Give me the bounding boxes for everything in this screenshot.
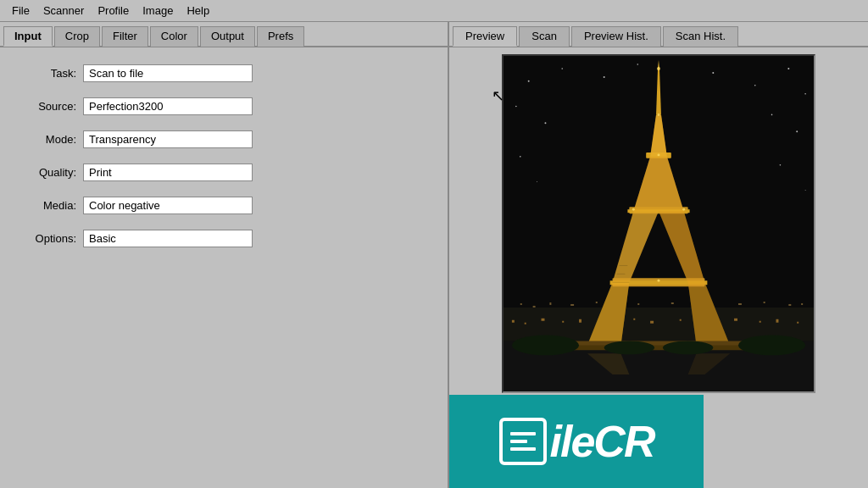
input-form: Task: Scan to file Scan to print Scan to… <box>0 47 448 488</box>
svg-point-75 <box>515 106 517 108</box>
svg-point-81 <box>780 164 782 166</box>
quality-select-wrapper: Print Draft High <box>83 164 253 181</box>
svg-rect-17 <box>512 320 515 323</box>
svg-point-71 <box>712 72 714 74</box>
preview-area: ↖ <box>449 47 868 488</box>
mode-label: Mode: <box>17 133 76 146</box>
tab-input[interactable]: Input <box>3 26 53 47</box>
media-select[interactable]: Color negative Color positive B&W negati… <box>83 197 253 214</box>
svg-rect-14 <box>764 302 765 303</box>
quality-select[interactable]: Print Draft High <box>83 164 253 181</box>
svg-point-85 <box>604 341 654 354</box>
svg-rect-13 <box>738 303 742 305</box>
svg-point-67 <box>528 80 530 82</box>
options-row: Options: Basic Advanced <box>17 230 431 247</box>
svg-point-72 <box>754 85 756 86</box>
options-select[interactable]: Basic Advanced <box>83 230 253 247</box>
tab-preview[interactable]: Preview <box>453 26 517 47</box>
svg-rect-64 <box>566 345 751 350</box>
source-row: Source: Perfection3200 Flatbed <box>17 97 431 115</box>
watermark-text: ileCR <box>550 416 654 467</box>
svg-point-82 <box>805 190 806 191</box>
mode-row: Mode: Transparency Color Grayscale B&W <box>17 130 431 148</box>
svg-point-56 <box>682 208 685 211</box>
task-select-wrapper: Scan to file Scan to print Scan to email <box>83 64 253 82</box>
svg-point-80 <box>537 181 537 182</box>
svg-point-68 <box>561 68 563 69</box>
watermark-logo: ileCR <box>499 416 654 467</box>
svg-rect-32 <box>797 322 798 324</box>
icon-line-3 <box>510 447 536 451</box>
watermark: ileCR <box>449 395 704 488</box>
icon-line-2 <box>510 440 527 443</box>
left-tab-strip: Input Crop Filter Color Output Prefs <box>0 22 448 47</box>
svg-point-54 <box>658 280 660 282</box>
svg-point-70 <box>637 64 638 65</box>
svg-point-73 <box>787 68 789 69</box>
preview-image <box>502 54 815 393</box>
svg-rect-29 <box>734 319 737 321</box>
menu-image[interactable]: Image <box>136 3 180 19</box>
svg-point-55 <box>632 208 635 211</box>
svg-rect-4 <box>520 303 522 305</box>
svg-rect-19 <box>542 319 545 321</box>
svg-rect-15 <box>788 304 791 306</box>
svg-point-79 <box>520 156 521 158</box>
source-label: Source: <box>17 100 76 113</box>
svg-rect-10 <box>637 303 639 305</box>
svg-rect-26 <box>680 319 682 321</box>
quality-row: Quality: Print Draft High <box>17 164 431 181</box>
svg-point-84 <box>738 336 805 356</box>
svg-point-77 <box>771 114 773 116</box>
svg-rect-8 <box>596 302 598 303</box>
svg-point-59 <box>657 67 660 70</box>
svg-point-86 <box>663 341 713 354</box>
svg-rect-24 <box>633 319 635 320</box>
svg-point-69 <box>604 76 605 78</box>
svg-point-58 <box>658 114 660 116</box>
svg-point-57 <box>658 153 660 156</box>
svg-rect-11 <box>671 302 674 304</box>
media-select-wrapper: Color negative Color positive B&W negati… <box>83 197 253 214</box>
tab-color[interactable]: Color <box>150 26 198 47</box>
tab-preview-hist[interactable]: Preview Hist. <box>571 26 661 47</box>
tab-prefs[interactable]: Prefs <box>257 26 304 47</box>
svg-point-78 <box>796 130 798 132</box>
svg-rect-6 <box>549 302 551 305</box>
watermark-lines <box>510 432 536 451</box>
media-label: Media: <box>17 199 76 212</box>
tab-crop[interactable]: Crop <box>54 26 100 47</box>
task-select[interactable]: Scan to file Scan to print Scan to email <box>83 64 253 82</box>
options-select-wrapper: Basic Advanced <box>83 230 253 247</box>
options-label: Options: <box>17 232 76 245</box>
svg-rect-25 <box>650 321 654 324</box>
menu-help[interactable]: Help <box>180 3 216 19</box>
tab-output[interactable]: Output <box>200 26 255 47</box>
task-label: Task: <box>17 67 76 80</box>
mode-select-wrapper: Transparency Color Grayscale B&W <box>83 130 253 148</box>
svg-rect-16 <box>801 303 803 305</box>
icon-line-1 <box>510 432 536 435</box>
menu-scanner[interactable]: Scanner <box>36 3 91 19</box>
tab-scan[interactable]: Scan <box>519 26 570 47</box>
menu-profile[interactable]: Profile <box>91 3 136 19</box>
mode-select[interactable]: Transparency Color Grayscale B&W <box>83 130 253 148</box>
svg-rect-21 <box>579 319 581 323</box>
right-tab-strip: Preview Scan Preview Hist. Scan Hist. <box>449 22 868 47</box>
svg-point-83 <box>512 336 579 356</box>
svg-rect-5 <box>533 306 536 308</box>
svg-point-76 <box>544 122 546 124</box>
task-row: Task: Scan to file Scan to print Scan to… <box>17 64 431 82</box>
left-panel: Input Crop Filter Color Output Prefs Tas… <box>0 22 449 488</box>
main-container: Input Crop Filter Color Output Prefs Tas… <box>0 22 868 488</box>
watermark-icon <box>499 418 547 465</box>
svg-point-74 <box>804 93 806 95</box>
source-select[interactable]: Perfection3200 Flatbed <box>83 97 253 115</box>
source-select-wrapper: Perfection3200 Flatbed <box>83 97 253 115</box>
svg-rect-20 <box>562 321 564 323</box>
svg-rect-7 <box>570 304 574 306</box>
svg-rect-31 <box>776 319 778 323</box>
tab-filter[interactable]: Filter <box>102 26 148 47</box>
menu-file[interactable]: File <box>5 3 36 19</box>
tab-scan-hist[interactable]: Scan Hist. <box>663 26 738 47</box>
